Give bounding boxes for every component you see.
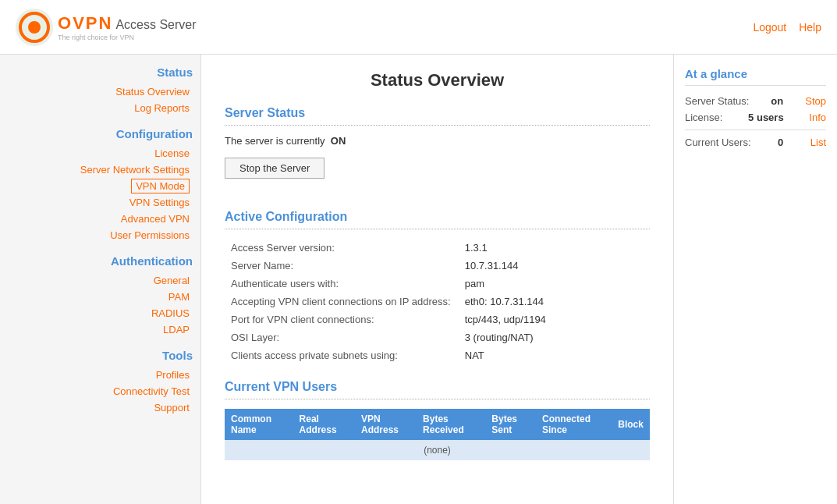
logo-subtitle: The right choice for VPN xyxy=(58,34,197,41)
sidebar-status-title: Status xyxy=(0,55,200,83)
main-content: Status Overview Server Status The server… xyxy=(201,55,673,504)
vpn-table-header: Bytes Received xyxy=(417,409,485,440)
config-row: Accepting VPN client connections on IP a… xyxy=(225,293,650,311)
logo-text: OVPN Access Server The right choice for … xyxy=(58,13,197,41)
config-label: Access Server version: xyxy=(225,239,459,257)
glance-current-users-value: 0 xyxy=(778,137,783,148)
glance-current-users-label: Current Users: xyxy=(685,137,751,148)
sidebar-item-server-network[interactable]: Server Network Settings xyxy=(0,161,200,178)
glance-server-status-row: Server Status: on Stop xyxy=(685,95,826,107)
glance-list-link[interactable]: List xyxy=(810,137,826,148)
sidebar-item-log-reports[interactable]: Log Reports xyxy=(0,100,200,116)
sidebar-item-user-permissions[interactable]: User Permissions xyxy=(0,227,200,243)
config-value: NAT xyxy=(459,346,650,364)
logo-open-highlight: O xyxy=(58,13,73,33)
sidebar-item-vpn-mode[interactable]: VPN Mode xyxy=(0,178,200,194)
logo-access: Access Server xyxy=(115,18,196,32)
sidebar-item-general[interactable]: General xyxy=(0,272,200,289)
glance-current-users-row: Current Users: 0 List xyxy=(685,137,826,148)
vpn-none-cell: (none) xyxy=(225,440,650,460)
active-config-table: Access Server version:1.3.1Server Name:1… xyxy=(225,239,650,364)
config-value: 10.7.31.144 xyxy=(459,257,650,275)
sidebar-tools-title: Tools xyxy=(0,338,200,367)
config-value: 3 (routing/NAT) xyxy=(459,328,650,346)
sidebar-item-radius[interactable]: RADIUS xyxy=(0,305,200,321)
glance-panel: At a glance Server Status: on Stop Licen… xyxy=(673,55,837,504)
header: OVPN Access Server The right choice for … xyxy=(0,0,837,55)
vpn-table-header: Connected Since xyxy=(536,409,612,440)
config-row: Port for VPN client connections:tcp/443,… xyxy=(225,311,650,328)
server-status-section: Server Status xyxy=(225,106,650,126)
glance-license-value: 5 users xyxy=(748,112,784,123)
sidebar-item-pam[interactable]: PAM xyxy=(0,289,200,305)
config-value: tcp/443, udp/1194 xyxy=(459,311,650,328)
config-label: Port for VPN client connections: xyxy=(225,311,459,328)
vpn-users-section: Current VPN Users xyxy=(225,380,650,399)
header-links: Logout Help xyxy=(753,21,821,34)
sidebar-item-connectivity[interactable]: Connectivity Test xyxy=(0,383,200,399)
vpn-table-header: Real Address xyxy=(293,409,355,440)
sidebar-item-advanced-vpn[interactable]: Advanced VPN xyxy=(0,211,200,227)
config-row: Server Name:10.7.31.144 xyxy=(225,257,650,275)
logo-open: OVPN xyxy=(58,13,112,34)
vpn-users-table: Common NameReal AddressVPN AddressBytes … xyxy=(225,409,650,460)
page-title: Status Overview xyxy=(225,70,650,91)
sidebar-config-title: Configuration xyxy=(0,116,200,145)
glance-server-status-value: on xyxy=(771,95,783,107)
server-status-text: The server is currently ON xyxy=(225,135,650,147)
active-config-section: Active Configuration xyxy=(225,210,650,229)
sidebar-auth-title: Authentication xyxy=(0,243,200,272)
sidebar: Status Status Overview Log Reports Confi… xyxy=(0,55,201,504)
help-link[interactable]: Help xyxy=(799,21,821,34)
server-status-prefix: The server is currently xyxy=(225,135,325,147)
sidebar-item-ldap[interactable]: LDAP xyxy=(0,321,200,338)
config-label: Server Name: xyxy=(225,257,459,275)
logo-icon xyxy=(16,9,53,46)
config-row: OSI Layer:3 (routing/NAT) xyxy=(225,328,650,346)
glance-stop-link[interactable]: Stop xyxy=(805,95,826,107)
vpn-table-header: VPN Address xyxy=(355,409,417,440)
config-label: Clients access private subnets using: xyxy=(225,346,459,364)
config-label: Accepting VPN client connections on IP a… xyxy=(225,293,459,311)
config-row: Authenticate users with:pam xyxy=(225,275,650,293)
glance-license-row: License: 5 users Info xyxy=(685,112,826,123)
glance-title: At a glance xyxy=(685,67,826,86)
logo: OVPN Access Server The right choice for … xyxy=(16,9,197,46)
vpn-table-header: Common Name xyxy=(225,409,293,440)
glance-server-status-label: Server Status: xyxy=(685,95,749,107)
sidebar-item-status-overview[interactable]: Status Overview xyxy=(0,83,200,100)
logo-vpn-text: VPN xyxy=(73,13,112,33)
config-value: pam xyxy=(459,275,650,293)
sidebar-item-license[interactable]: License xyxy=(0,145,200,161)
glance-info-link[interactable]: Info xyxy=(809,112,826,123)
config-value: 1.3.1 xyxy=(459,239,650,257)
glance-license-label: License: xyxy=(685,112,722,123)
server-on-label: ON xyxy=(331,135,346,147)
sidebar-item-profiles[interactable]: Profiles xyxy=(0,367,200,383)
config-value: eth0: 10.7.31.144 xyxy=(459,293,650,311)
stop-server-button[interactable]: Stop the Server xyxy=(225,158,325,179)
config-row: Clients access private subnets using:NAT xyxy=(225,346,650,364)
sidebar-item-support[interactable]: Support xyxy=(0,399,200,416)
logout-link[interactable]: Logout xyxy=(753,21,786,34)
sidebar-item-vpn-settings[interactable]: VPN Settings xyxy=(0,194,200,211)
vpn-table-header: Bytes Sent xyxy=(485,409,536,440)
vpn-table-none-row: (none) xyxy=(225,440,650,460)
layout: Status Status Overview Log Reports Confi… xyxy=(0,55,837,504)
config-label: Authenticate users with: xyxy=(225,275,459,293)
glance-divider xyxy=(685,130,826,130)
config-label: OSI Layer: xyxy=(225,328,459,346)
vpn-table-header: Block xyxy=(612,409,650,440)
config-row: Access Server version:1.3.1 xyxy=(225,239,650,257)
